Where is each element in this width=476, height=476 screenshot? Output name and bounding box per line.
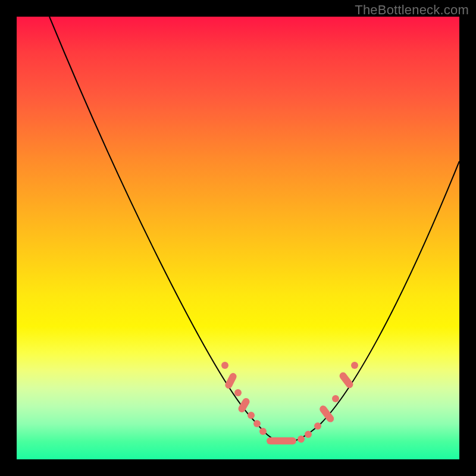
bead-icon [259,428,267,435]
bead-icon [351,362,358,369]
bead-icon [221,362,228,369]
bead-icon [305,431,312,438]
bead-cluster-bottom [267,431,312,444]
bead-cluster-right [314,362,358,430]
chart-frame [17,17,459,459]
bead-icon [332,395,339,402]
bead-icon [298,436,305,443]
bead-icon [248,412,255,419]
bead-icon [338,371,355,389]
bead-icon [237,397,250,414]
bead-icon [253,420,261,427]
bead-icon [267,437,296,444]
bead-icon [314,422,321,430]
watermark-text: TheBottleneck.com [355,2,469,18]
bead-icon [234,389,242,396]
bead-icon [318,404,336,424]
bead-icon [224,372,237,390]
curve-layer [17,17,459,459]
bead-cluster-left [221,362,267,435]
bottleneck-curve [49,17,459,442]
